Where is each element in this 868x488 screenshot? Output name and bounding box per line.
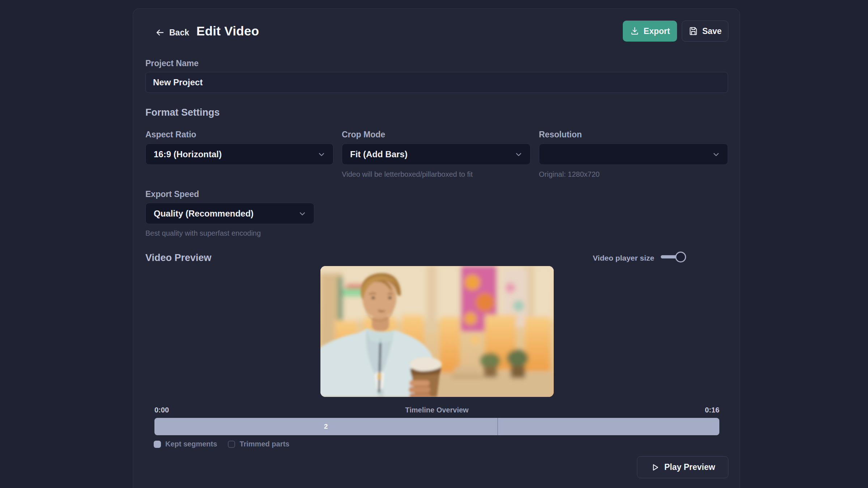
kept-segments-swatch xyxy=(154,441,161,448)
timeline-segment-1[interactable]: 2 xyxy=(154,418,497,435)
play-preview-label: Play Preview xyxy=(664,462,715,472)
video-preview-heading: Video Preview xyxy=(145,252,212,264)
project-name-label: Project Name xyxy=(145,59,199,68)
player-size-label: Video player size xyxy=(593,254,654,262)
back-label: Back xyxy=(169,28,189,38)
resolution-select[interactable] xyxy=(539,144,728,165)
chevron-down-icon xyxy=(317,150,326,159)
chevron-down-icon xyxy=(514,150,523,159)
timeline-segment-label: 2 xyxy=(324,423,328,431)
resolution-label: Resolution xyxy=(539,130,582,140)
export-speed-value: Quality (Recommended) xyxy=(154,209,254,219)
video-frame-art xyxy=(320,266,554,397)
download-icon xyxy=(630,26,639,36)
export-speed-label: Export Speed xyxy=(145,189,199,199)
page-title: Edit Video xyxy=(196,24,259,38)
project-name-input[interactable] xyxy=(145,72,728,93)
arrow-left-icon xyxy=(155,27,165,38)
export-speed-select[interactable]: Quality (Recommended) xyxy=(145,203,314,224)
trimmed-parts-swatch xyxy=(228,441,235,448)
export-label: Export xyxy=(644,26,670,36)
player-size-slider[interactable] xyxy=(661,252,688,262)
crop-mode-value: Fit (Add Bars) xyxy=(350,149,408,159)
save-label: Save xyxy=(702,26,722,36)
video-preview-player[interactable] xyxy=(320,266,554,397)
timeline-header: 0:00 Timeline Overview 0:16 xyxy=(154,406,719,414)
format-settings-heading: Format Settings xyxy=(145,107,220,118)
aspect-ratio-select[interactable]: 16:9 (Horizontal) xyxy=(145,144,333,165)
aspect-ratio-value: 16:9 (Horizontal) xyxy=(154,149,222,159)
floppy-disk-icon xyxy=(689,26,698,36)
export-button[interactable]: Export xyxy=(623,21,677,42)
resolution-helper: Original: 1280x720 xyxy=(539,170,600,179)
timeline-legend: Kept segments Trimmed parts xyxy=(154,440,289,448)
play-outline-icon xyxy=(650,463,660,472)
timeline-title: Timeline Overview xyxy=(154,406,719,414)
edit-video-panel: Back Edit Video Export Save Project Name… xyxy=(133,8,740,488)
timeline-overview-bar[interactable]: 2 xyxy=(154,418,719,435)
slider-thumb[interactable] xyxy=(675,252,686,262)
kept-segments-label: Kept segments xyxy=(165,440,217,448)
chevron-down-icon xyxy=(298,209,307,218)
crop-mode-label: Crop Mode xyxy=(342,130,385,140)
play-preview-button[interactable]: Play Preview xyxy=(637,456,728,478)
chevron-down-icon xyxy=(712,150,720,159)
timeline-segment-divider xyxy=(497,418,498,435)
aspect-ratio-label: Aspect Ratio xyxy=(145,130,196,140)
trimmed-parts-label: Trimmed parts xyxy=(239,440,289,448)
crop-mode-helper: Video will be letterboxed/pillarboxed to… xyxy=(342,170,473,179)
back-button[interactable]: Back xyxy=(155,25,189,40)
export-speed-helper: Best quality with superfast encoding xyxy=(145,229,261,237)
save-button[interactable]: Save xyxy=(682,21,728,42)
crop-mode-select[interactable]: Fit (Add Bars) xyxy=(342,144,531,165)
